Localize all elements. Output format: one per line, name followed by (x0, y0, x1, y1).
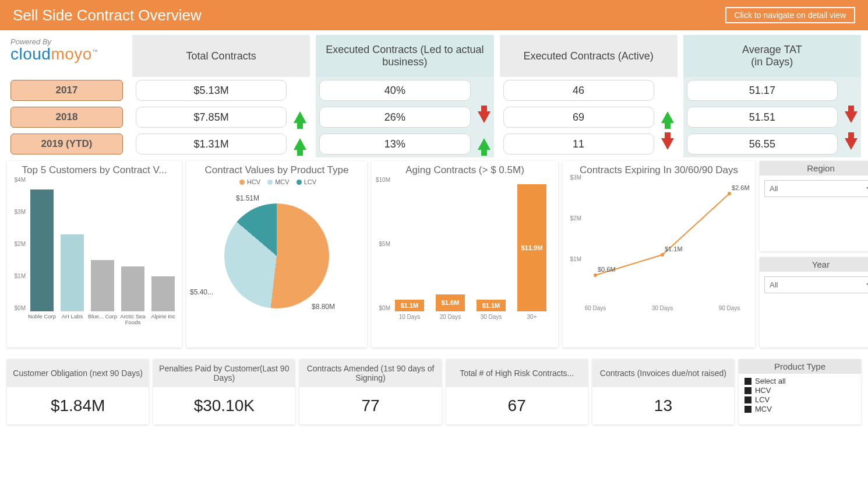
region-slicer-title: Region (760, 161, 868, 175)
kpi-contracts-amended[interactable]: Contracts Amended (1st 90 days of Signin… (299, 359, 441, 424)
arrow-down-icon (478, 111, 491, 123)
svg-point-3 (661, 253, 664, 257)
arrow-up-icon (661, 111, 674, 123)
cell-2019-tat: 56.55 (687, 134, 838, 155)
region-dropdown[interactable]: All (764, 180, 868, 197)
product-type-slicer: Product Type Select allHCVLCVMCV (739, 359, 861, 424)
product-type-option[interactable]: Select all (744, 377, 855, 385)
checkbox-icon (744, 378, 751, 385)
product-type-option[interactable]: MCV (744, 405, 855, 413)
chart-expiring-contracts[interactable]: Contracts Expiring In 30/60/90 Days $0.6… (563, 161, 755, 347)
year-2018-button[interactable]: 2018 (10, 107, 123, 128)
year-slicer-title: Year (760, 257, 868, 272)
kpi-matrix: Powered By cloudmoyo™ Total Contracts Ex… (0, 30, 868, 161)
svg-text:$3M: $3M (570, 174, 581, 181)
svg-text:$2.6M: $2.6M (732, 184, 750, 191)
svg-point-6 (728, 192, 731, 195)
cell-2019-active: 11 (503, 134, 654, 155)
cell-2017-execbiz: 40% (319, 80, 470, 101)
cell-2018-tat: 51.51 (687, 107, 838, 128)
cell-2018-active: 69 (503, 107, 654, 128)
svg-text:60 Days: 60 Days (585, 305, 606, 311)
year-dropdown[interactable]: All (764, 276, 868, 293)
arrow-down-icon (661, 138, 674, 150)
col-total-contracts: Total Contracts (132, 35, 310, 77)
year-2019-button[interactable]: 2019 (YTD) (10, 134, 123, 155)
cell-2018-total: $7.85M (136, 107, 287, 128)
page-header: Sell Side Contract Overview Click to nav… (0, 0, 868, 30)
arrow-up-icon (294, 111, 306, 123)
svg-text:$1.1M: $1.1M (665, 245, 683, 252)
cloudmoyo-logo: cloudmoyo™ (10, 45, 123, 64)
kpi-row: Customer Obligation (next 90 Days) $1.84… (0, 353, 868, 424)
arrow-up-icon (478, 138, 491, 150)
cell-2017-tat: 51.17 (687, 80, 838, 101)
arrow-up-icon (294, 138, 306, 150)
svg-text:$1M: $1M (570, 256, 581, 262)
brand-cell: Powered By cloudmoyo™ (7, 35, 126, 77)
slicer-column: Region All Year All (760, 161, 868, 353)
kpi-invoices-due[interactable]: Contracts (Invoices due/not raised) 13 (592, 359, 734, 424)
product-type-option[interactable]: HCV (744, 386, 855, 395)
checkbox-icon (744, 396, 751, 403)
arrow-down-icon (845, 138, 858, 150)
svg-point-0 (594, 273, 597, 277)
col-average-tat: Average TAT (in Days) (683, 35, 861, 77)
year-slicer: Year All (760, 257, 868, 347)
product-type-title: Product Type (739, 359, 861, 374)
cell-2017-active: 46 (503, 80, 654, 101)
cell-2018-execbiz: 26% (319, 107, 470, 128)
charts-row: Top 5 Customers by Contract V... $0M$1M$… (0, 161, 868, 353)
col-executed-active: Executed Contracts (Active) (500, 35, 678, 77)
svg-text:$2M: $2M (570, 215, 581, 222)
navigate-detail-button[interactable]: Click to navigate on detail view (725, 7, 855, 23)
checkbox-icon (744, 406, 751, 413)
chart-product-type-pie[interactable]: Contract Values by Product Type HCVMCVLC… (186, 161, 367, 347)
col-executed-business: Executed Contracts (Led to actual busine… (316, 35, 493, 77)
cell-2019-execbiz: 13% (319, 134, 470, 155)
region-slicer: Region All (760, 161, 868, 251)
svg-text:90 Days: 90 Days (719, 305, 740, 311)
cell-2017-total: $5.13M (136, 80, 287, 101)
kpi-customer-obligation[interactable]: Customer Obligation (next 90 Days) $1.84… (7, 359, 149, 424)
arrow-down-icon (845, 111, 858, 123)
page-title: Sell Side Contract Overview (13, 6, 202, 24)
svg-text:30 Days: 30 Days (652, 305, 673, 311)
kpi-high-risk[interactable]: Total # of High Risk Contracts... 67 (446, 359, 588, 424)
svg-text:$0.6M: $0.6M (598, 266, 616, 273)
year-2017-button[interactable]: 2017 (10, 80, 123, 101)
chart-aging-contracts[interactable]: Aging Contracts (> $ 0.5M) $0M$5M$10M$1.… (372, 161, 558, 347)
checkbox-icon (744, 387, 751, 394)
cell-2019-total: $1.31M (136, 134, 287, 155)
kpi-penalties-paid[interactable]: Penalties Paid by Customer(Last 90 Days)… (153, 359, 295, 424)
chart-top5-customers[interactable]: Top 5 Customers by Contract V... $0M$1M$… (7, 161, 182, 347)
product-type-option[interactable]: LCV (744, 395, 855, 404)
